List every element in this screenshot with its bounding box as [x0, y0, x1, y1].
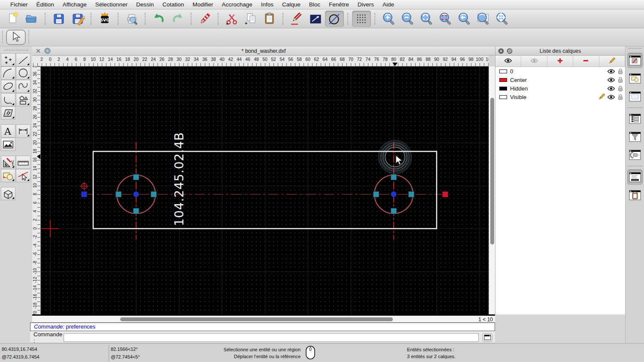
zoom-pan-button[interactable] [492, 11, 511, 27]
layer-lock-icon[interactable] [616, 94, 625, 100]
menu-modifier[interactable]: Modifier [188, 1, 217, 8]
zoom-out-button[interactable] [398, 11, 417, 27]
toolbar-grip-2[interactable] [28, 30, 30, 44]
clipboard-widget-toggle-button[interactable] [627, 187, 643, 203]
command-window-toggle-button[interactable] [482, 333, 492, 342]
menu-divers[interactable]: Divers [353, 1, 378, 8]
menu-affichage[interactable]: Affichage [58, 1, 91, 8]
zoom-selection-button[interactable] [436, 11, 455, 27]
library-widget-toggle-button[interactable] [627, 89, 643, 104]
menu-bloc[interactable]: Bloc [305, 1, 325, 8]
layer-row-hidden[interactable]: Hidden [495, 84, 625, 93]
menu-accrochage[interactable]: Accrochage [217, 1, 256, 8]
print-preview-button[interactable] [122, 11, 141, 27]
endpoint-handle-red[interactable] [443, 192, 448, 197]
pen-edit-button[interactable] [287, 11, 306, 27]
hide-all-layers-eye-button[interactable] [521, 56, 547, 66]
drawing-canvas[interactable]: 104.245.02.4B [41, 66, 489, 314]
layer-list-widget-toggle-button[interactable] [627, 53, 643, 68]
layer-lock-icon[interactable] [616, 85, 625, 91]
vertical-scrollbar[interactable] [489, 66, 495, 314]
command-widget-toggle-button[interactable] [627, 169, 643, 185]
menu-slectionner[interactable]: Sélectionner [91, 1, 132, 8]
layer-visibility-eye-icon[interactable] [606, 94, 616, 100]
add-layer-button[interactable] [547, 56, 573, 66]
delete-eraser-button[interactable] [195, 11, 214, 27]
menu-fichier[interactable]: Fichier [6, 1, 32, 8]
entity-list-widget-toggle-button[interactable] [627, 111, 643, 127]
copy-button[interactable]: + [241, 11, 260, 27]
panel-float-icon[interactable] [507, 48, 513, 54]
tool-modify-button[interactable] [1, 156, 15, 169]
grid-toggle-button[interactable] [352, 11, 371, 27]
tool-select-entity-button[interactable] [16, 169, 30, 182]
endpoint-handle-blue[interactable] [82, 192, 87, 197]
tool-spline-button[interactable] [16, 80, 30, 93]
remove-layer-button[interactable] [573, 56, 599, 66]
tool-ellipse-button[interactable] [1, 80, 15, 93]
layer-visibility-eye-icon[interactable] [606, 69, 616, 74]
clamp-widget-toggle-button[interactable] [627, 147, 643, 163]
tool-circle-button[interactable] [16, 66, 30, 80]
layer-row-visible[interactable]: Visible [495, 93, 625, 101]
tool-shapes-button[interactable] [16, 93, 30, 106]
part-number-label[interactable]: 104.245.02.4B [172, 132, 186, 226]
tool-points-button[interactable] [1, 53, 15, 66]
tool-cube3d-button[interactable] [1, 187, 15, 200]
menu-fentre[interactable]: Fenêtre [325, 1, 353, 8]
menu-calque[interactable]: Calque [278, 1, 305, 8]
menu-cotation[interactable]: Cotation [158, 1, 188, 8]
filter-widget-toggle-button[interactable] [627, 129, 643, 145]
horizontal-scroll-thumb[interactable] [120, 317, 393, 321]
zoom-window-button[interactable] [474, 11, 492, 27]
layer-visibility-eye-icon[interactable] [606, 77, 616, 83]
line-properties-button[interactable] [306, 11, 325, 27]
vertical-scroll-thumb[interactable] [490, 98, 494, 244]
tool-line-button[interactable] [16, 53, 30, 66]
tool-measure-button[interactable] [16, 156, 30, 169]
tool-image-button[interactable] [1, 138, 15, 151]
menu-aide[interactable]: Aide [378, 1, 398, 8]
tool-blocks-button[interactable] [1, 169, 15, 182]
select-tool-button[interactable] [6, 30, 26, 45]
svg-export-button[interactable]: SVG [95, 11, 114, 27]
edit-layer-button[interactable] [599, 56, 625, 66]
redo-button[interactable] [168, 11, 187, 27]
dock-grip[interactable] [629, 48, 641, 49]
menu-dition[interactable]: Édition [32, 1, 58, 8]
paste-button[interactable] [260, 11, 279, 27]
zoom-previous-button[interactable] [455, 11, 474, 27]
tool-arc-button[interactable] [1, 66, 15, 80]
tool-text-button[interactable]: A [1, 124, 15, 138]
layer-lock-icon[interactable] [616, 77, 625, 83]
open-folder-button[interactable] [22, 11, 41, 27]
new-document-button[interactable] [3, 11, 22, 27]
tool-polyline-button[interactable] [1, 93, 15, 106]
layer-color-swatch[interactable] [499, 87, 507, 90]
circle-line-button[interactable] [325, 11, 344, 27]
save-as-button[interactable] [68, 11, 87, 27]
toolbar-grip[interactable] [2, 31, 3, 43]
palette-grip[interactable] [4, 50, 28, 51]
save-button[interactable] [49, 11, 68, 27]
layer-visibility-eye-icon[interactable] [606, 86, 616, 91]
panel-close-icon[interactable] [498, 48, 504, 54]
block-list-widget-toggle-button[interactable] [627, 71, 643, 86]
layer-color-swatch[interactable] [499, 69, 507, 73]
tool-hatch-button[interactable] [1, 106, 15, 120]
layer-lock-icon[interactable] [616, 68, 625, 74]
layer-color-swatch[interactable] [499, 95, 507, 99]
tool-dimension-button[interactable] [16, 124, 30, 138]
layer-color-swatch[interactable] [499, 78, 507, 82]
horizontal-scrollbar[interactable]: 1 < 10 [32, 314, 495, 323]
layer-row-0[interactable]: 0 [495, 67, 625, 75]
zoom-in-button[interactable] [379, 11, 398, 27]
menu-dessin[interactable]: Dessin [132, 1, 158, 8]
layer-row-center[interactable]: Center [495, 75, 625, 84]
undo-button[interactable] [149, 11, 168, 27]
cut-button[interactable]: + [222, 11, 241, 27]
menu-infos[interactable]: Infos [257, 1, 278, 8]
show-all-layers-eye-button[interactable] [495, 56, 521, 66]
command-input[interactable] [64, 333, 479, 342]
zoom-auto-button[interactable] [417, 11, 436, 27]
